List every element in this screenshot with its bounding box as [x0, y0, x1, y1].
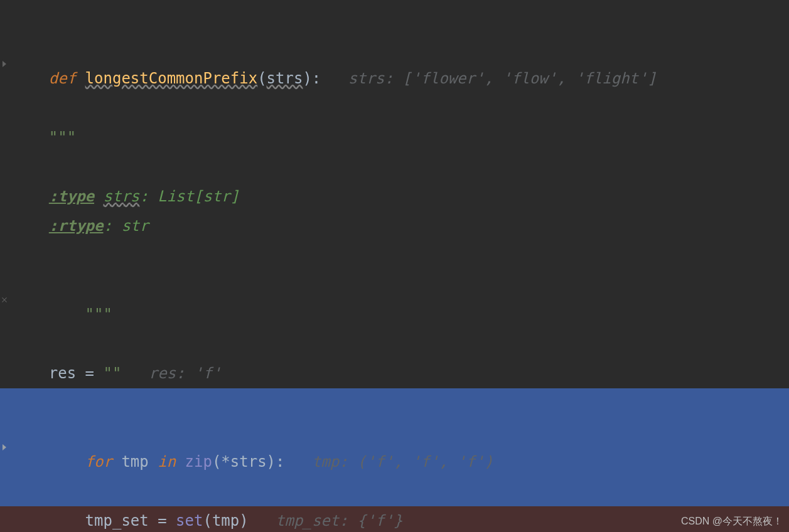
- keyword-def: def: [49, 70, 85, 87]
- code-line[interactable]: res = "" res: 'f': [0, 359, 789, 388]
- gutter-close-icon[interactable]: [0, 295, 9, 304]
- code-line[interactable]: """: [0, 123, 789, 152]
- inline-hint: res: 'f': [149, 364, 222, 382]
- code-line[interactable]: :type strs: List[str]: [0, 182, 789, 211]
- inline-hint: strs: ['flower', 'flow', 'flight']: [348, 70, 657, 87]
- builtin-set: set: [176, 512, 203, 529]
- code-line-current[interactable]: for tmp in zip(*strs): tmp: ('f', 'f', '…: [0, 388, 789, 506]
- code-line-breakpoint[interactable]: tmp_set = set(tmp) tmp_set: {'f'}: [0, 506, 789, 532]
- code-line[interactable]: def longestCommonPrefix(strs): strs: ['f…: [0, 5, 789, 123]
- watermark: CSDN @今天不熬夜！: [681, 515, 783, 528]
- parameter: strs: [267, 70, 303, 87]
- doc-tag: :type: [49, 188, 94, 205]
- code-editor[interactable]: def longestCommonPrefix(strs): strs: ['f…: [0, 0, 789, 532]
- code-line[interactable]: :rtype: str: [0, 211, 789, 241]
- code-line[interactable]: [0, 152, 789, 182]
- builtin-zip: zip: [185, 453, 212, 471]
- docstring-quote: """: [49, 129, 76, 146]
- inline-hint: tmp_set: {'f'}: [276, 512, 402, 529]
- keyword-in: in: [149, 453, 185, 471]
- function-name: longestCommonPrefix: [85, 70, 258, 87]
- code-line[interactable]: """: [0, 241, 789, 359]
- gutter-chevron-icon[interactable]: [0, 60, 9, 68]
- docstring-quote: """: [85, 306, 112, 323]
- gutter-chevron-icon[interactable]: [0, 443, 9, 452]
- keyword-for: for: [85, 453, 122, 471]
- doc-tag: :rtype: [49, 217, 104, 235]
- inline-hint: tmp: ('f', 'f', 'f'): [312, 453, 493, 471]
